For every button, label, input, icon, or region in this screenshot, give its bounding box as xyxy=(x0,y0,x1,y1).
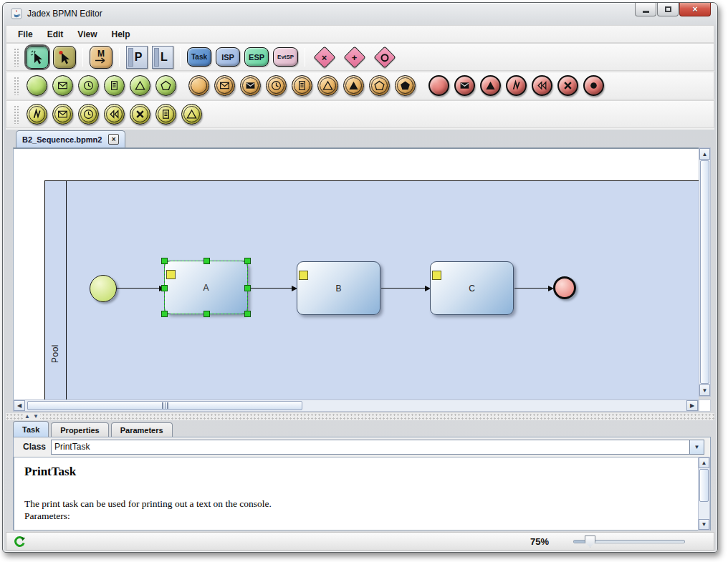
canvas-vertical-scrollbar[interactable]: ▲ ▼ xyxy=(699,147,711,397)
toolbar-separator xyxy=(305,48,305,67)
canvas-horizontal-scrollbar[interactable]: ◀ ▶ xyxy=(13,399,699,412)
menu-help[interactable]: Help xyxy=(104,27,137,42)
start-timer-event-tool[interactable] xyxy=(78,75,99,96)
select-tool-button[interactable] xyxy=(26,46,49,69)
intermediate-signal-catch-event-tool[interactable] xyxy=(317,75,338,96)
end-event-tool[interactable] xyxy=(428,75,449,96)
task-node-a[interactable]: A xyxy=(164,261,248,314)
end-error-event-tool[interactable] xyxy=(506,75,527,96)
tab-parameters[interactable]: Parameters xyxy=(111,422,173,437)
boundary-rule-event-tool[interactable] xyxy=(155,104,176,125)
intermediate-message-catch-event-tool[interactable] xyxy=(214,75,235,96)
boundary-signal-event-tool[interactable] xyxy=(181,104,202,125)
toolbar-grip[interactable] xyxy=(14,77,19,95)
tab-properties[interactable]: Properties xyxy=(51,422,108,437)
task-node-b[interactable]: B xyxy=(297,261,380,315)
sequence-edge-start-a[interactable] xyxy=(117,288,159,289)
intermediate-timer-event-tool[interactable] xyxy=(266,75,287,96)
zoom-slider-thumb[interactable] xyxy=(585,536,595,548)
pool-header[interactable]: Pool xyxy=(45,181,67,399)
scroll-left-button[interactable]: ◀ xyxy=(14,400,25,411)
resize-handle-s[interactable] xyxy=(203,311,210,317)
panel-splitter[interactable]: ▲ ▼ xyxy=(6,413,714,420)
sequence-edge-c-end[interactable] xyxy=(514,288,548,289)
boundary-cancel-event-tool[interactable] xyxy=(130,104,150,125)
sequence-edge-a-b[interactable] xyxy=(248,288,292,289)
start-signal-event-tool[interactable] xyxy=(130,75,150,96)
doc-vertical-scrollbar[interactable]: ▲ ▼ xyxy=(698,457,710,530)
end-cancel-event-tool[interactable] xyxy=(557,75,578,96)
boundary-compensation-event-tool[interactable] xyxy=(104,104,125,125)
task-tool-button[interactable]: Task xyxy=(187,47,211,67)
vertical-scroll-thumb[interactable] xyxy=(700,160,709,384)
scroll-up-button[interactable]: ▲ xyxy=(699,457,709,468)
intermediate-message-throw-event-tool[interactable] xyxy=(240,75,261,96)
resize-handle-sw[interactable] xyxy=(161,311,168,317)
scroll-right-button[interactable]: ▶ xyxy=(686,400,698,411)
end-event-node[interactable] xyxy=(553,276,576,299)
thumb-grip-icon xyxy=(162,402,168,409)
scroll-up-icon: ▲ xyxy=(702,151,708,158)
start-message-event-tool[interactable] xyxy=(52,75,73,96)
scroll-down-button[interactable]: ▼ xyxy=(699,384,710,396)
maximize-button[interactable] xyxy=(657,3,679,16)
vertical-scroll-thumb[interactable] xyxy=(699,469,709,502)
menu-view[interactable]: View xyxy=(70,27,104,42)
horizontal-scroll-thumb[interactable] xyxy=(27,401,302,410)
event-subprocess-tool-button[interactable]: EvtSP xyxy=(273,47,298,67)
task-node-c[interactable]: C xyxy=(430,261,514,315)
end-compensation-event-tool[interactable] xyxy=(532,75,552,96)
intermediate-rule-event-tool[interactable] xyxy=(292,75,312,96)
resize-handle-nw[interactable] xyxy=(161,258,168,264)
gateway-or-tool-button[interactable] xyxy=(372,44,398,70)
sequence-edge-b-c[interactable] xyxy=(381,288,425,289)
resize-handle-ne[interactable] xyxy=(244,258,251,264)
statusbar: 75% xyxy=(6,532,714,551)
start-event-node[interactable] xyxy=(90,275,117,302)
close-button[interactable]: × xyxy=(679,3,711,16)
resize-handle-n[interactable] xyxy=(203,258,210,264)
menu-file[interactable]: File xyxy=(11,27,40,42)
internal-subprocess-tool-button[interactable]: ISP xyxy=(216,47,240,67)
end-signal-event-tool[interactable] xyxy=(480,75,501,96)
end-message-event-tool[interactable] xyxy=(454,75,475,96)
pool-tool-button[interactable]: P xyxy=(126,46,148,69)
start-rule-event-tool[interactable] xyxy=(104,75,125,96)
tab-b2-sequence[interactable]: B2_Sequence.bpmn2 × xyxy=(16,130,125,147)
message-edge-tool-button[interactable]: M xyxy=(90,46,112,69)
resize-handle-w[interactable] xyxy=(161,285,168,291)
connection-tool-button[interactable] xyxy=(53,46,76,69)
scroll-down-button[interactable]: ▼ xyxy=(699,519,709,530)
tab-task[interactable]: Task xyxy=(13,421,49,437)
intermediate-event-tool[interactable] xyxy=(188,75,209,96)
class-combobox[interactable]: PrintTask ▼ xyxy=(51,440,704,455)
splitter-collapse-up-icon[interactable]: ▲ xyxy=(24,413,30,420)
external-subprocess-tool-button[interactable]: ESP xyxy=(244,47,269,67)
menu-edit[interactable]: Edit xyxy=(40,27,71,42)
toolbar-grip[interactable] xyxy=(14,48,19,67)
intermediate-signal-throw-event-tool[interactable] xyxy=(343,75,364,96)
diagram-canvas[interactable]: Pool A B xyxy=(13,147,699,399)
lane-tool-button[interactable]: L xyxy=(152,46,173,69)
end-terminate-event-tool[interactable] xyxy=(583,75,604,96)
titlebar[interactable]: Jadex BPMN Editor × xyxy=(3,3,717,24)
doc-parameters-label: Parameters: xyxy=(24,510,698,522)
gateway-and-tool-button[interactable]: + xyxy=(342,44,368,70)
scroll-up-button[interactable]: ▲ xyxy=(699,148,710,160)
zoom-slider[interactable] xyxy=(573,536,685,548)
splitter-collapse-down-icon[interactable]: ▼ xyxy=(33,413,39,420)
start-multiple-event-tool[interactable] xyxy=(155,75,176,96)
resize-handle-e[interactable] xyxy=(244,285,251,291)
intermediate-multiple-throw-event-tool[interactable] xyxy=(395,75,416,96)
start-event-tool[interactable] xyxy=(27,75,47,96)
boundary-error-event-tool[interactable] xyxy=(27,104,47,125)
toolbar-grip[interactable] xyxy=(14,105,19,124)
minimize-button[interactable] xyxy=(635,3,656,16)
tab-close-button[interactable]: × xyxy=(108,134,119,145)
boundary-message-event-tool[interactable] xyxy=(52,104,73,125)
boundary-timer-event-tool[interactable] xyxy=(78,104,99,125)
resize-handle-se[interactable] xyxy=(244,311,251,317)
intermediate-multiple-catch-event-tool[interactable] xyxy=(369,75,390,96)
gateway-xor-tool-button[interactable]: × xyxy=(312,44,337,70)
combobox-dropdown-button[interactable]: ▼ xyxy=(689,440,704,454)
